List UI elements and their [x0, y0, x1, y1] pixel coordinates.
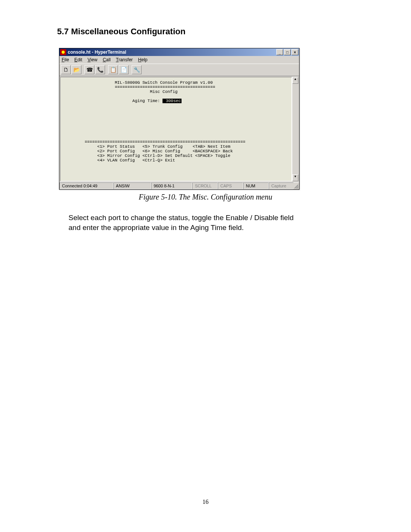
status-settings: 9600 8-N-1 — [151, 182, 193, 189]
menu-help[interactable]: Help — [138, 57, 148, 62]
open-icon[interactable]: 📂 — [72, 65, 81, 74]
status-caps: CAPS — [218, 182, 243, 189]
section-heading: 5.7 Miscellaneous Configuration — [57, 27, 354, 37]
toolbar: 🗋 📂 ☎ 📞 📋 📄 🔧 — [59, 64, 299, 76]
status-connected: Connected 0:04:49 — [59, 182, 113, 189]
status-capture: Capture — [269, 182, 293, 189]
page-number: 16 — [0, 498, 411, 505]
app-icon — [60, 49, 66, 55]
terminal-area: MIL-S8000G Switch Console Program v1.00 … — [59, 76, 299, 182]
hangup-icon[interactable]: 📞 — [95, 65, 105, 74]
close-button[interactable]: × — [292, 49, 298, 55]
receive-icon[interactable]: 📄 — [119, 65, 129, 74]
aging-time-value[interactable]: 300sec — [162, 99, 182, 103]
figure-caption: Figure 5-10. The Misc. Configuration men… — [57, 193, 354, 201]
new-icon[interactable]: 🗋 — [61, 65, 71, 74]
terminal-text: MIL-S8000G Switch Console Program v1.00 … — [62, 80, 290, 163]
titlebar[interactable]: console.ht - HyperTerminal _ □ × — [59, 48, 299, 56]
menu-file[interactable]: File — [62, 57, 69, 62]
menu-transfer[interactable]: Transfer — [116, 57, 133, 62]
body-paragraph: Select each port to change the status, t… — [68, 213, 301, 232]
scroll-down-icon[interactable]: ▼ — [292, 174, 298, 181]
minimize-button[interactable]: _ — [276, 49, 283, 55]
send-icon[interactable]: 📋 — [108, 65, 118, 74]
resize-grip-icon[interactable] — [293, 182, 299, 189]
hyperterminal-window: console.ht - HyperTerminal _ □ × File Ed… — [59, 48, 299, 190]
menu-edit[interactable]: Edit — [74, 57, 82, 62]
menu-call[interactable]: Call — [103, 57, 111, 62]
scroll-up-icon[interactable]: ▲ — [292, 77, 298, 84]
menubar: File Edit View Call Transfer Help — [59, 56, 299, 64]
status-emulation: ANSIW — [113, 182, 151, 189]
status-scroll: SCROLL — [192, 182, 218, 189]
menu-view[interactable]: View — [88, 57, 97, 62]
properties-icon[interactable]: 🔧 — [132, 65, 142, 74]
call-icon[interactable]: ☎ — [84, 65, 94, 74]
maximize-button[interactable]: □ — [284, 49, 291, 55]
statusbar: Connected 0:04:49 ANSIW 9600 8-N-1 SCROL… — [59, 182, 299, 189]
window-title: console.ht - HyperTerminal — [68, 50, 276, 55]
terminal-content[interactable]: MIL-S8000G Switch Console Program v1.00 … — [60, 77, 292, 181]
status-num: NUM — [243, 182, 269, 189]
vertical-scrollbar[interactable]: ▲ ▼ — [292, 77, 298, 181]
